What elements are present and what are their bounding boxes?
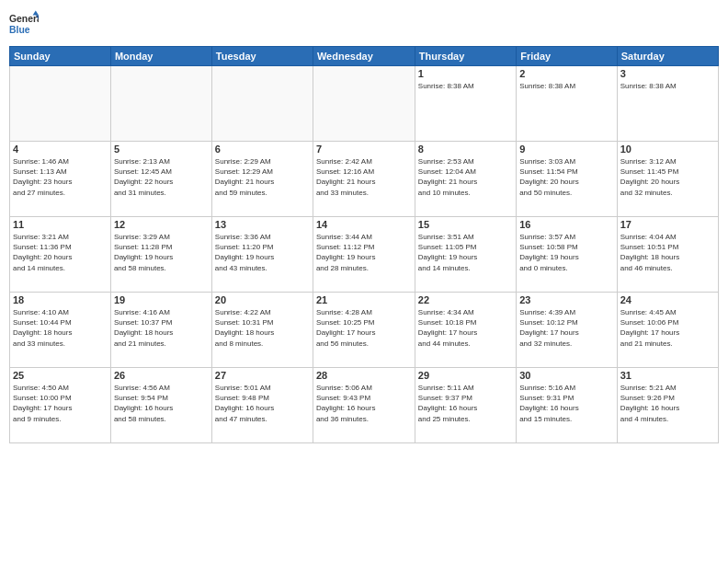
day-info-line: Sunrise: 4:34 AM [418,307,513,317]
day-info-line: Sunset: 11:20 PM [215,242,310,252]
day-info-line: and 15 minutes. [519,414,614,424]
day-info-line: Daylight: 19 hours [215,252,310,262]
day-info-line: Daylight: 17 hours [620,327,715,338]
day-info-line: and 14 minutes. [13,263,108,273]
day-info-line: and 4 minutes. [620,414,715,424]
day-info-line: and 25 minutes. [418,414,513,424]
day-info-line: Sunset: 11:45 PM [620,167,715,177]
table-row: 16Sunrise: 3:57 AMSunset: 10:58 PMDaylig… [517,217,618,293]
day-info-line: Daylight: 17 hours [13,403,108,413]
day-info-line: Daylight: 21 hours [418,177,513,187]
day-info-line: Sunset: 12:45 AM [114,167,209,177]
day-info-line: Daylight: 16 hours [418,403,513,413]
day-number: 31 [620,370,715,381]
day-info-line: Daylight: 19 hours [316,252,412,262]
day-info-line: and 32 minutes. [519,339,614,349]
table-row: 12Sunrise: 3:29 AMSunset: 11:28 PMDaylig… [110,217,211,293]
day-info-line: Sunset: 11:28 PM [114,242,209,252]
col-wednesday: Wednesday [313,47,415,66]
table-row: 18Sunrise: 4:10 AMSunset: 10:44 PMDaylig… [10,293,111,368]
day-info-line: Sunset: 10:00 PM [13,393,108,403]
day-number: 10 [620,144,715,155]
calendar-week-row: 18Sunrise: 4:10 AMSunset: 10:44 PMDaylig… [10,293,719,368]
day-info-line: Daylight: 23 hours [13,177,108,187]
logo: General Blue [9,9,39,39]
day-number: 13 [215,219,310,230]
table-row: 11Sunrise: 3:21 AMSunset: 11:36 PMDaylig… [10,217,111,293]
day-number: 21 [316,294,412,305]
day-info-line: and 58 minutes. [114,263,209,273]
day-info-line: and 21 minutes. [620,339,715,349]
table-row [110,66,211,142]
day-number: 7 [316,144,412,155]
calendar-week-row: 1Sunrise: 8:38 AM2Sunrise: 8:38 AM3Sunri… [10,66,719,142]
table-row: 22Sunrise: 4:34 AMSunset: 10:18 PMDaylig… [415,293,516,368]
table-row [313,66,415,142]
day-info-line: and 9 minutes. [13,414,108,424]
day-number: 3 [620,68,715,79]
day-info-line: Sunset: 10:25 PM [316,317,412,327]
day-info-line: Sunrise: 1:46 AM [13,156,108,167]
day-info-line: Sunset: 11:12 PM [316,242,412,252]
day-number: 6 [215,144,310,155]
day-info-line: Sunrise: 4:04 AM [620,232,715,242]
day-info-line: and 32 minutes. [620,188,715,198]
day-info-line: Sunset: 10:37 PM [114,317,209,327]
day-info-line: Daylight: 18 hours [114,327,209,338]
calendar-week-row: 25Sunrise: 4:50 AMSunset: 10:00 PMDaylig… [10,368,719,443]
table-row: 13Sunrise: 3:36 AMSunset: 11:20 PMDaylig… [211,217,313,293]
day-info-line: Sunset: 10:58 PM [519,242,614,252]
svg-marker-2 [33,11,39,16]
day-info-line: Sunrise: 3:57 AM [519,232,614,242]
day-info-line: Daylight: 17 hours [519,327,614,338]
day-info-line: and 31 minutes. [114,188,209,198]
day-info-line: Sunrise: 4:10 AM [13,307,108,317]
day-number: 5 [114,144,209,155]
day-info-line: Sunrise: 4:50 AM [13,383,108,393]
table-row: 6Sunrise: 2:29 AMSunset: 12:29 AMDayligh… [211,142,313,217]
day-info-line: Sunrise: 5:21 AM [620,383,715,393]
day-number: 29 [418,370,513,381]
day-number: 20 [215,294,310,305]
day-number: 8 [418,144,513,155]
day-info-line: Sunrise: 5:01 AM [215,383,310,393]
day-info-line: Sunrise: 8:38 AM [519,81,614,91]
day-number: 15 [418,219,513,230]
day-info-line: Sunset: 10:12 PM [519,317,614,327]
day-info-line: Sunset: 11:54 PM [519,167,614,177]
table-row: 27Sunrise: 5:01 AMSunset: 9:48 PMDayligh… [211,368,313,443]
day-info-line: Sunrise: 3:51 AM [418,232,513,242]
day-number: 14 [316,219,412,230]
day-info-line: and 56 minutes. [316,339,412,349]
day-info-line: and 36 minutes. [316,414,412,424]
day-number: 11 [13,219,108,230]
day-info-line: Daylight: 19 hours [418,252,513,262]
table-row: 28Sunrise: 5:06 AMSunset: 9:43 PMDayligh… [313,368,415,443]
table-row: 24Sunrise: 4:45 AMSunset: 10:06 PMDaylig… [617,293,718,368]
day-info-line: Daylight: 21 hours [215,177,310,187]
day-info-line: Sunrise: 2:13 AM [114,156,209,167]
day-info-line: Sunrise: 4:45 AM [620,307,715,317]
day-info-line: Daylight: 16 hours [519,403,614,413]
day-info-line: Daylight: 16 hours [316,403,412,413]
table-row: 7Sunrise: 2:42 AMSunset: 12:16 AMDayligh… [313,142,415,217]
day-info-line: Daylight: 18 hours [620,252,715,262]
table-row: 2Sunrise: 8:38 AM [517,66,618,142]
day-info-line: and 58 minutes. [114,414,209,424]
day-info-line: Daylight: 20 hours [13,252,108,262]
day-number: 18 [13,294,108,305]
table-row [211,66,313,142]
table-row: 4Sunrise: 1:46 AMSunset: 1:13 AMDaylight… [10,142,111,217]
day-info-line: Daylight: 18 hours [13,327,108,338]
day-info-line: and 43 minutes. [215,263,310,273]
day-info-line: Sunrise: 5:16 AM [519,383,614,393]
day-info-line: Sunrise: 5:11 AM [418,383,513,393]
day-info-line: Sunset: 9:43 PM [316,393,412,403]
logo-icon: General Blue [9,9,39,39]
table-row: 15Sunrise: 3:51 AMSunset: 11:05 PMDaylig… [415,217,516,293]
table-row: 29Sunrise: 5:11 AMSunset: 9:37 PMDayligh… [415,368,516,443]
day-info-line: Sunrise: 3:29 AM [114,232,209,242]
day-info-line: Daylight: 20 hours [620,177,715,187]
day-info-line: Daylight: 20 hours [519,177,614,187]
day-info-line: Sunset: 9:54 PM [114,393,209,403]
